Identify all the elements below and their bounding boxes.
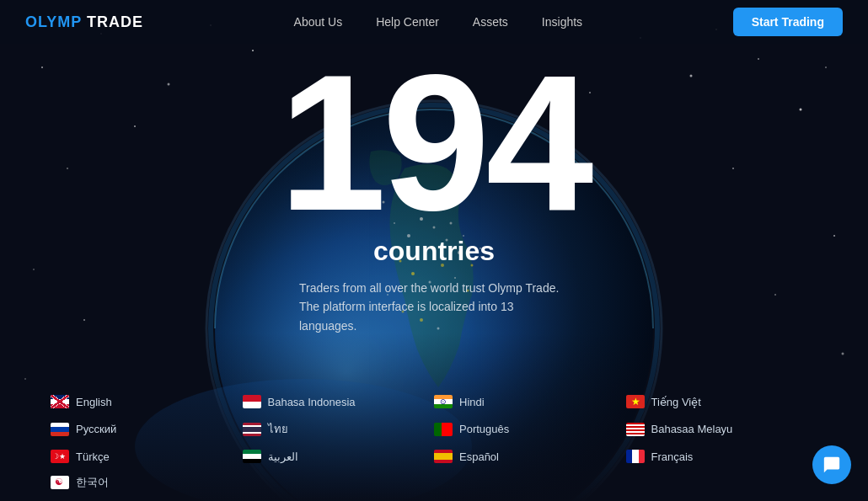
flag-indonesia bbox=[243, 395, 261, 408]
lang-label-english: English bbox=[76, 396, 112, 408]
lang-label-thai: ไทย bbox=[268, 420, 288, 438]
nav-assets[interactable]: Assets bbox=[473, 15, 508, 29]
lang-label-arabic: العربية bbox=[268, 450, 298, 463]
lang-turkish[interactable]: Türkçe bbox=[51, 447, 243, 466]
brand-name: OLYMP TRADE bbox=[25, 13, 143, 30]
svg-point-16 bbox=[774, 294, 776, 296]
start-trading-button[interactable]: Start Trading bbox=[733, 8, 843, 36]
chat-icon bbox=[822, 456, 841, 474]
chat-button[interactable] bbox=[812, 445, 851, 484]
lang-hindi[interactable]: Hindi bbox=[434, 392, 626, 411]
lang-arabic[interactable]: العربية bbox=[243, 447, 435, 466]
svg-point-15 bbox=[83, 319, 85, 321]
flag-thailand bbox=[243, 423, 261, 436]
hero-content: countries Traders from all over the worl… bbox=[299, 236, 569, 335]
lang-label-portuguese: Português bbox=[459, 423, 509, 435]
lang-malay[interactable]: Bahasaa Melayu bbox=[626, 418, 818, 440]
brand-logo[interactable]: OLYMP TRADE bbox=[25, 13, 143, 31]
lang-korean[interactable]: 한국어 bbox=[51, 472, 243, 493]
lang-label-russian: Русский bbox=[76, 423, 116, 435]
lang-vietnamese[interactable]: Tiếng Việt bbox=[626, 392, 818, 411]
flag-russia bbox=[51, 423, 69, 436]
lang-russian[interactable]: Русский bbox=[51, 418, 243, 440]
hero-big-number: 194 bbox=[0, 46, 868, 240]
nav-links: About Us Help Center Assets Insights bbox=[294, 15, 583, 29]
flag-france bbox=[626, 450, 645, 463]
lang-label-turkish: Türkçe bbox=[76, 450, 110, 463]
lang-label-vietnamese: Tiếng Việt bbox=[651, 396, 701, 408]
lang-label-french: Français bbox=[651, 450, 694, 463]
nav-help-center[interactable]: Help Center bbox=[376, 15, 439, 29]
lang-label-bahasa-indonesia: Bahasa Indonesia bbox=[268, 396, 356, 408]
lang-label-malay: Bahasaa Melayu bbox=[651, 423, 733, 435]
lang-thai[interactable]: ไทย bbox=[243, 418, 435, 440]
flag-uk bbox=[51, 395, 69, 408]
hero-description: Traders from all over the world trust Ol… bbox=[299, 279, 569, 335]
lang-label-hindi: Hindi bbox=[459, 396, 485, 408]
flag-india bbox=[434, 395, 453, 408]
flag-malaysia bbox=[626, 423, 645, 436]
language-grid: English Bahasa Indonesia Hindi Tiếng Việ… bbox=[0, 392, 868, 493]
lang-portuguese[interactable]: Português bbox=[434, 418, 626, 440]
flag-turkey bbox=[51, 450, 69, 463]
lang-label-spanish: Español bbox=[459, 450, 499, 463]
lang-label-korean: 한국어 bbox=[76, 475, 109, 490]
nav-about-us[interactable]: About Us bbox=[294, 15, 343, 29]
flag-spain bbox=[434, 450, 453, 463]
flag-korea bbox=[51, 476, 69, 489]
nav-insights[interactable]: Insights bbox=[542, 15, 582, 29]
flag-arabic bbox=[243, 450, 261, 463]
lang-bahasa-indonesia[interactable]: Bahasa Indonesia bbox=[243, 392, 435, 411]
countries-label: countries bbox=[299, 236, 569, 267]
svg-point-14 bbox=[33, 269, 35, 270]
flag-vietnam bbox=[626, 395, 645, 408]
lang-spanish[interactable]: Español bbox=[434, 447, 626, 466]
lang-english[interactable]: English bbox=[51, 392, 243, 411]
lang-french[interactable]: Français bbox=[626, 447, 818, 466]
navbar: OLYMP TRADE About Us Help Center Assets … bbox=[0, 0, 868, 44]
flag-portugal bbox=[434, 423, 453, 436]
